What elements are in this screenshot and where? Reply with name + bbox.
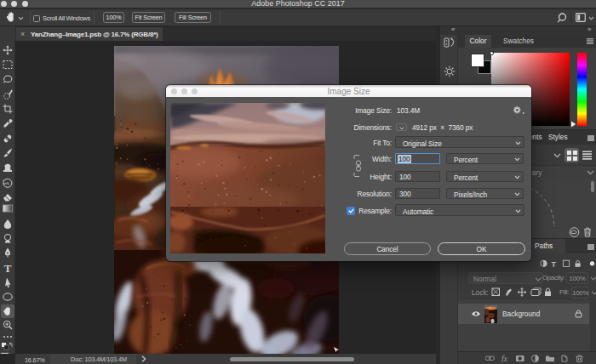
svg-text:T: T [4, 262, 12, 275]
svg-text:fx: fx [501, 355, 508, 362]
svg-text:T: T [552, 260, 557, 268]
